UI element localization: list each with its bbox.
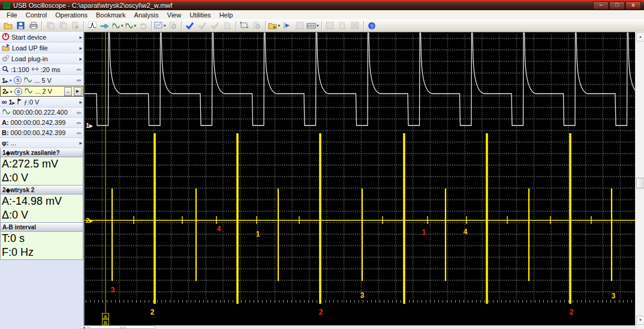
time-value: 000:00:00.242.399 <box>11 129 74 136</box>
power-icon <box>2 32 10 41</box>
time-value: 000:00:00.222.400 <box>13 109 74 116</box>
maximize-button[interactable]: □ <box>609 1 625 10</box>
wave-mode-1-button[interactable]: ▾ <box>111 20 124 32</box>
adjust-arrows-icon[interactable]: ◂▸ <box>76 67 82 72</box>
ab-interval-values: T:0 sF:0 Hz <box>1 232 83 259</box>
scope-canvas: AB32412314231▸2▸ <box>85 32 635 329</box>
adjust-arrows-icon[interactable]: ◂▸ <box>76 130 82 136</box>
probe-arrow-icon: ▸ <box>10 89 13 94</box>
sidebar-item-label: Load plug-in <box>11 55 77 62</box>
scroll-down-button[interactable]: ▼ <box>636 316 644 325</box>
dropdown-arrow-icon[interactable]: ▾ <box>317 23 319 28</box>
pan-tool-button[interactable] <box>98 20 111 32</box>
menu-help[interactable]: Help <box>215 11 237 19</box>
zoom-select-button[interactable]: ▾ <box>154 20 167 32</box>
check-prev-button <box>196 20 209 32</box>
dropdown-arrow-icon[interactable]: ▾ <box>278 23 281 28</box>
open-plugin-button[interactable]: ▾ <box>267 20 281 32</box>
run-marker-button[interactable] <box>281 20 293 32</box>
submenu-arrow-icon[interactable]: ▸ <box>79 34 82 40</box>
adjust-arrows-icon[interactable]: ◂▸ <box>76 77 82 83</box>
app-icon <box>3 2 10 9</box>
menu-bookmark[interactable]: Bookmark <box>92 11 130 19</box>
channel-adjust-button[interactable]: ↔ <box>64 87 72 96</box>
channel2-measure-header: 2◆wtrysk 2 <box>1 186 83 195</box>
toolbar-separator <box>265 21 266 31</box>
zoom-doc-button <box>167 20 179 32</box>
channel-1-row[interactable]: 1▸▸5... 5 V◂▸ <box>0 75 83 86</box>
menu-operations[interactable]: Operations <box>51 11 92 19</box>
channel-range: ... 5 V <box>34 77 74 84</box>
sidebar-item-load-up-file[interactable]: Load UP file▸ <box>0 43 83 53</box>
print-button[interactable] <box>27 20 40 32</box>
save-file-button[interactable] <box>14 20 27 32</box>
channel1-measure-panel: 1◆wtrysk zasilanie?A:272.5 mVΔ:0 V <box>0 148 83 186</box>
sidebar-item-label: Start device <box>11 34 77 41</box>
waveform-icon <box>24 87 33 95</box>
sidebar-item-load-plugin[interactable]: Load plug-in▸ <box>0 53 83 64</box>
dropdown-arrow-icon[interactable]: ▾ <box>164 23 166 28</box>
channel-2-row[interactable]: 2▸▸6... 2 V↔▶ <box>0 86 83 97</box>
menu-control[interactable]: Control <box>22 11 51 19</box>
menu-utilities[interactable]: Utilities <box>185 11 215 19</box>
trigger-row[interactable]: ∞1▸ƒ:0 V▸ <box>0 97 83 107</box>
close-button[interactable]: x <box>625 1 641 10</box>
time-prefix: φ: <box>2 139 9 146</box>
waveform-icon <box>23 76 32 85</box>
scroll-left-button[interactable]: ◀ <box>80 325 88 329</box>
channel-range: ... 2 V <box>35 88 62 95</box>
view-b-button <box>336 20 349 32</box>
loadfile-icon <box>2 44 10 52</box>
cylinder-label: 4 <box>464 228 468 236</box>
channel2-measure-values: A:-14.98 mVΔ:0 V <box>1 195 83 222</box>
menubar: FileControlOperationsBookmarkAnalysisVie… <box>0 10 644 20</box>
channel-number: 1▸ <box>2 77 8 84</box>
horizontal-scroll-thumb[interactable] <box>89 325 155 329</box>
apply-check-button[interactable] <box>183 20 196 32</box>
window-title: USB Oscilloscope - C:\aparat\wtrysk2\osc… <box>13 2 172 9</box>
menu-analysis[interactable]: Analysis <box>130 11 163 19</box>
channel-expand-button[interactable]: ▶ <box>74 87 82 96</box>
trigger-flag-icon <box>17 98 22 106</box>
help-button[interactable]: ? <box>366 20 378 32</box>
undo-button <box>137 20 149 32</box>
time-row-2[interactable]: B:000:00:00.242.399◂▸ <box>0 128 83 138</box>
submenu-arrow-icon[interactable]: ▸ <box>79 45 82 51</box>
time-prefix: A: <box>2 119 9 126</box>
toolbar-separator <box>321 21 322 31</box>
submenu-arrow-icon[interactable]: ▸ <box>79 99 82 105</box>
scroll-up-button[interactable]: ▲ <box>636 32 644 41</box>
time-row-1[interactable]: A:000:00:00.242.399◂▸ <box>0 118 83 128</box>
sidebar-item-start-device[interactable]: Start device▸ <box>0 32 83 43</box>
adjust-arrows-icon[interactable]: ▸ <box>79 140 82 146</box>
ab-interval-header: A-B interval <box>1 223 83 232</box>
channel-marker[interactable]: 2▸ <box>86 217 93 224</box>
toolbar-separator <box>181 21 182 31</box>
wave-mode-2-button[interactable]: ▾ <box>124 20 137 32</box>
open-file-button[interactable] <box>2 20 14 32</box>
channel-marker[interactable]: 1▸ <box>86 122 93 129</box>
time-row-3[interactable]: φ:...▸ <box>0 138 83 148</box>
minimize-button[interactable]: – <box>593 1 609 10</box>
channel1-trace <box>85 33 635 125</box>
zoom-timebase-row[interactable]: :1:100:20 ms◂▸ <box>0 64 83 75</box>
submenu-arrow-icon[interactable]: ▸ <box>79 56 82 62</box>
counter-button[interactable]: ▾ <box>306 20 320 32</box>
toolbar-separator <box>151 21 152 31</box>
scope-display[interactable]: AB32412314231▸2▸ <box>84 32 635 329</box>
select-region-button[interactable] <box>238 20 251 32</box>
adjust-arrows-icon[interactable]: ◂▸ <box>76 110 82 115</box>
dropdown-arrow-icon[interactable]: ▾ <box>134 23 137 28</box>
magnifier-icon <box>2 65 9 74</box>
vertical-scroll-thumb[interactable] <box>636 178 644 189</box>
time-value: 000:00:00.242.399 <box>11 119 74 126</box>
adjust-arrows-icon[interactable]: ◂▸ <box>76 120 82 125</box>
channel1-measure-values: A:272.5 mVΔ:0 V <box>1 157 83 185</box>
time-row-0[interactable]: 000:00:00.222.400◂▸ <box>0 107 83 118</box>
peak-detect-button[interactable] <box>86 20 98 32</box>
dropdown-arrow-icon[interactable]: ▾ <box>121 23 124 28</box>
menu-view[interactable]: View <box>163 11 186 19</box>
check-next-button <box>209 20 221 32</box>
menu-file[interactable]: File <box>2 11 22 19</box>
cylinder-label: 1 <box>422 228 426 237</box>
